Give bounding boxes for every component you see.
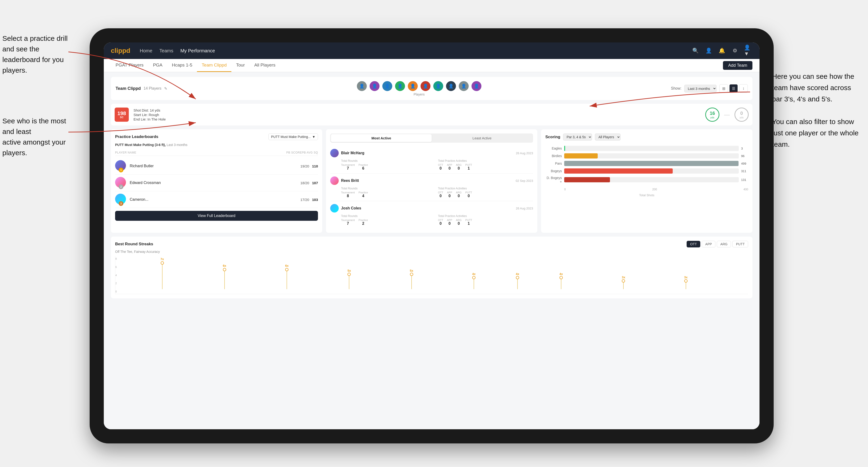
sort-btn[interactable]: ↕ <box>739 84 748 93</box>
end-lie: End Lie: In The Hole <box>133 117 701 121</box>
eagles-row: Eagles 3 <box>545 146 748 151</box>
player-3-score: 17/20 <box>300 198 309 201</box>
settings-icon[interactable]: ⚙ <box>731 46 739 55</box>
streak-dot-label: 5x <box>410 269 413 272</box>
table-header: PLAYER NAME PB SCORE PB AVG SQ <box>115 150 318 156</box>
arg-filter-btn[interactable]: ARG <box>717 241 731 247</box>
nav-home[interactable]: Home <box>140 48 152 54</box>
annotation-top-left: Select a practice drill and see the lead… <box>2 33 78 75</box>
add-team-button[interactable]: Add Team <box>723 61 752 70</box>
eagles-bar-container <box>564 146 739 151</box>
dbogeys-value: 131 <box>741 178 748 182</box>
birdies-row: Birdies 96 <box>545 153 748 158</box>
start-lie: Start Lie: Rough <box>133 113 701 117</box>
streak-dot-label: 5x <box>347 269 351 272</box>
streak-dot-label: 6x <box>285 264 288 268</box>
metric-connector: — <box>724 111 730 118</box>
putt-stat-3: PUTT 1 <box>465 219 472 226</box>
leaderboard-title: Practice Leaderboards <box>115 134 158 139</box>
activity-avatar-1 <box>330 149 339 157</box>
shot-details: Shot Dist: 14 yds Start Lie: Rough End L… <box>133 108 701 122</box>
metric2-circle: 0 yds <box>735 107 749 122</box>
total-rounds-group-2: Total Rounds Tournament 8 Practice <box>341 187 436 198</box>
activity-card: Most Active Least Active Blair McHarg 26… <box>326 129 537 233</box>
rounds-values-3: Tournament 7 Practice 2 <box>341 219 436 226</box>
view-leaderboard-button[interactable]: View Full Leaderboard <box>115 211 318 221</box>
shot-badge: 198 SC <box>115 107 129 122</box>
leaderboard-subtitle: PUTT Must Make Putting (3-6 ft), Last 3 … <box>115 143 318 147</box>
users-icon[interactable]: 👤 <box>704 46 713 55</box>
show-controls: Show: Last 3 months ⊞ ☰ ↕ <box>671 84 748 93</box>
arg-stat-1: ARG 0 <box>456 163 462 170</box>
sub-nav-team-clippd[interactable]: Team Clippd <box>197 59 231 72</box>
activity-player-3-header: Josh Coles 26 Aug 2023 <box>330 204 533 213</box>
sub-nav-pgat[interactable]: PGAT Players <box>111 59 148 72</box>
shot-metrics: 16 yds — 0 yds <box>705 107 749 122</box>
streak-dot <box>684 279 687 283</box>
scoring-bar-chart: Eagles 3 Birdies <box>545 144 748 188</box>
player-1-avatar: 1 <box>115 160 127 172</box>
practice-leaderboard-card: Practice Leaderboards PUTT Must Make Put… <box>111 129 322 233</box>
tournament-stat-3: Tournament 7 <box>341 219 355 226</box>
streak-dot <box>223 268 226 271</box>
practice-activities-group-3: Total Practice Activities OTT 0 APP <box>438 214 533 226</box>
shot-dist: Shot Dist: 14 yds <box>133 108 701 112</box>
pars-row: Pars 499 <box>545 161 748 166</box>
list-view-btn[interactable]: ☰ <box>729 84 738 93</box>
activity-player-1: Blair McHarg 26 Aug 2023 Total Rounds To… <box>330 146 533 174</box>
sub-nav-tour[interactable]: Tour <box>231 59 250 72</box>
three-columns: Practice Leaderboards PUTT Must Make Put… <box>111 129 752 233</box>
nav-my-performance[interactable]: My Performance <box>181 48 215 54</box>
avatar-7: 👤 <box>433 81 444 92</box>
sub-nav-pga[interactable]: PGA <box>148 59 167 72</box>
players-label: Players <box>414 92 425 96</box>
nav-teams[interactable]: Teams <box>159 48 173 54</box>
edit-icon[interactable]: ✎ <box>164 86 167 91</box>
streak-dot-label: 7x <box>160 257 164 261</box>
rounds-values-2: Tournament 8 Practice 4 <box>341 191 436 198</box>
streak-stem <box>411 274 412 289</box>
practice-activity-values-2: OTT 0 APP 0 ARG <box>438 191 533 198</box>
x-axis: 0 200 400 <box>545 188 748 191</box>
avatar-3: 👤 <box>382 81 393 92</box>
pars-value: 499 <box>741 162 748 165</box>
sub-nav-all-players[interactable]: All Players <box>250 59 280 72</box>
sub-nav-hcaps[interactable]: Hcaps 1-5 <box>167 59 197 72</box>
dbogeys-bar-container <box>564 177 739 182</box>
user-profile-icon[interactable]: 👤▼ <box>744 46 752 55</box>
activity-name-2: Rees Britt <box>341 179 513 183</box>
streak-dot <box>472 276 475 279</box>
scoring-header: Scoring Par 3, 4 & 5s All Players <box>545 133 748 141</box>
arg-stat-3: ARG 0 <box>456 219 462 226</box>
show-select[interactable]: Last 3 months <box>684 85 717 92</box>
rank-badge-1: 1 <box>119 168 123 173</box>
leaderboard-dropdown[interactable]: PUTT Must Make Putting... ▼ <box>269 133 318 140</box>
ott-stat-1: OTT 0 <box>438 163 443 170</box>
birdies-bar-container <box>564 153 739 158</box>
scoring-filter2[interactable]: All Players <box>595 133 621 141</box>
practice-activities-group-2: Total Practice Activities OTT 0 APP <box>438 187 533 198</box>
activity-name-3: Josh Coles <box>341 206 514 210</box>
least-active-tab[interactable]: Least Active <box>432 134 532 142</box>
birdies-bar <box>564 153 598 158</box>
app-stat-3: APP 0 <box>447 219 452 226</box>
putt-filter-btn[interactable]: PUTT <box>733 241 748 247</box>
team-count: 14 Players <box>144 86 161 91</box>
search-icon[interactable]: 🔍 <box>691 46 700 55</box>
annotation-bottom-left: See who is the most and leastactive amon… <box>2 116 78 158</box>
player-2-sq: 107 <box>312 181 318 185</box>
streaks-filters: OTT APP ARG PUTT <box>687 241 748 247</box>
activity-stats-2: Total Rounds Tournament 8 Practice <box>341 187 533 198</box>
bogeys-row: Bogeys 311 <box>545 168 748 174</box>
grid-view-btn[interactable]: ⊞ <box>719 84 728 93</box>
top-nav: clippd Home Teams My Performance 🔍 👤 🔔 ⚙… <box>104 42 760 59</box>
birdies-label: Birdies <box>545 154 562 158</box>
ott-filter-btn[interactable]: OTT <box>687 241 700 247</box>
activity-avatar-2 <box>330 177 339 185</box>
practice-activity-values-3: OTT 0 APP 0 ARG <box>438 219 533 226</box>
scoring-filter1[interactable]: Par 3, 4 & 5s <box>563 133 592 141</box>
most-active-tab[interactable]: Most Active <box>331 134 432 142</box>
app-filter-btn[interactable]: APP <box>702 241 715 247</box>
bell-icon[interactable]: 🔔 <box>717 46 726 55</box>
shot-card: 198 SC Shot Dist: 14 yds Start Lie: Roug… <box>111 104 752 125</box>
